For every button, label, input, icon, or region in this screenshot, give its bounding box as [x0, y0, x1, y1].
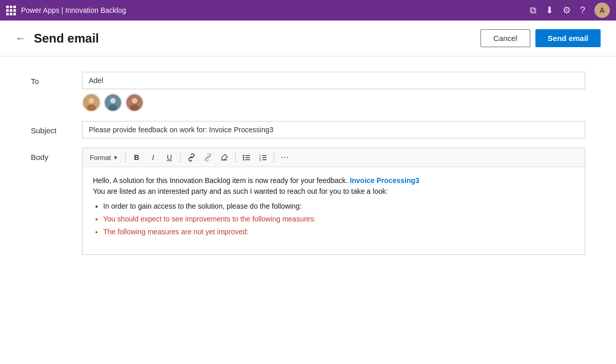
topnav-title: Power Apps | Innovation Backlog [21, 6, 126, 14]
editor-body[interactable]: Hello, A solution for this Innovation Ba… [83, 167, 585, 254]
bullet-list-icon [242, 153, 251, 161]
help-icon[interactable]: ? [580, 5, 585, 16]
user-avatar[interactable]: A [594, 3, 610, 18]
cancel-button[interactable]: Cancel [480, 29, 530, 47]
body-line-1: Hello, A solution for this Innovation Ba… [93, 175, 574, 186]
bullet-item-2: You should expect to see improvements to… [103, 214, 574, 225]
bullet-list-button[interactable] [239, 150, 254, 165]
main-content: To [0, 56, 616, 364]
subject-input[interactable] [82, 121, 585, 138]
toolbar-divider-1 [125, 152, 126, 163]
body-editor-container: Format ▼ B I U [82, 148, 585, 255]
numbered-list-button[interactable]: 1. 2. 3. [255, 150, 271, 165]
to-field-container [82, 72, 585, 112]
to-input[interactable] [82, 72, 585, 89]
bullet-item-3: The following measures are not yet impro… [103, 227, 574, 237]
editor-toolbar: Format ▼ B I U [83, 148, 585, 167]
page-header: ← Send email Cancel Send email [0, 21, 616, 56]
svg-text:3.: 3. [259, 158, 261, 161]
highlight-icon [220, 153, 228, 161]
svg-point-1 [89, 98, 94, 104]
to-label: To [31, 72, 72, 86]
link-button[interactable] [184, 150, 199, 165]
body-bullet-list: In order to gain access to the solution,… [103, 201, 574, 237]
body-row: Body Format ▼ B I U [31, 148, 585, 255]
app-grid-icon[interactable] [6, 6, 16, 15]
svg-point-4 [110, 98, 116, 104]
avatar-1-image [83, 93, 100, 112]
back-button[interactable]: ← [15, 32, 27, 45]
unlink-button[interactable] [200, 150, 216, 165]
subject-row: Subject [31, 121, 585, 138]
invoice-link[interactable]: Invoice Processing3 [350, 176, 419, 185]
body-line-2: You are listed as an interested party an… [93, 186, 574, 197]
download-icon[interactable]: ⬇ [546, 5, 553, 16]
avatar-2-image [105, 93, 121, 112]
dropdown-arrow-icon: ▼ [113, 155, 118, 160]
svg-point-11 [243, 157, 244, 158]
subject-field-container [82, 121, 585, 138]
numbered-list-icon: 1. 2. 3. [259, 153, 267, 161]
highlight-button[interactable] [217, 150, 232, 165]
settings-icon[interactable]: ⚙ [563, 5, 571, 16]
app-name: Power Apps [21, 6, 60, 14]
unlink-icon [204, 153, 212, 161]
avatar-3-image [126, 93, 143, 112]
toolbar-divider-2 [180, 152, 181, 163]
send-email-button[interactable]: Send email [535, 29, 601, 47]
recipients-list [82, 93, 585, 112]
svg-point-8 [130, 105, 139, 112]
body-intro-text: Hello, A solution for this Innovation Ba… [93, 176, 350, 185]
page-title: Send email [34, 31, 99, 46]
svg-point-2 [87, 105, 96, 112]
svg-point-10 [243, 155, 244, 156]
more-options-button[interactable]: ··· [277, 150, 293, 165]
topnav: Power Apps | Innovation Backlog ⧉ ⬇ ⚙ ? … [0, 0, 616, 21]
link-icon [187, 153, 196, 161]
format-label: Format [90, 154, 111, 161]
italic-button[interactable]: I [145, 150, 161, 165]
bullet-item-1: In order to gain access to the solution,… [103, 201, 574, 212]
svg-point-5 [108, 105, 118, 112]
format-dropdown[interactable]: Format ▼ [86, 150, 122, 165]
toolbar-divider-3 [235, 152, 236, 163]
recipient-avatar-2[interactable] [104, 93, 122, 112]
recipient-avatar-3[interactable] [125, 93, 144, 112]
to-row: To [31, 72, 585, 112]
svg-point-7 [132, 98, 138, 104]
body-label: Body [31, 148, 72, 161]
page-name: Innovation Backlog [65, 6, 126, 14]
svg-point-12 [243, 159, 244, 160]
monitor-icon[interactable]: ⧉ [530, 5, 536, 16]
subject-label: Subject [31, 121, 72, 135]
toolbar-divider-4 [274, 152, 274, 163]
svg-line-9 [205, 154, 211, 160]
recipient-avatar-1[interactable] [82, 93, 101, 112]
topnav-separator: | [62, 6, 66, 14]
bold-button[interactable]: B [129, 150, 144, 165]
underline-button[interactable]: U [162, 150, 177, 165]
